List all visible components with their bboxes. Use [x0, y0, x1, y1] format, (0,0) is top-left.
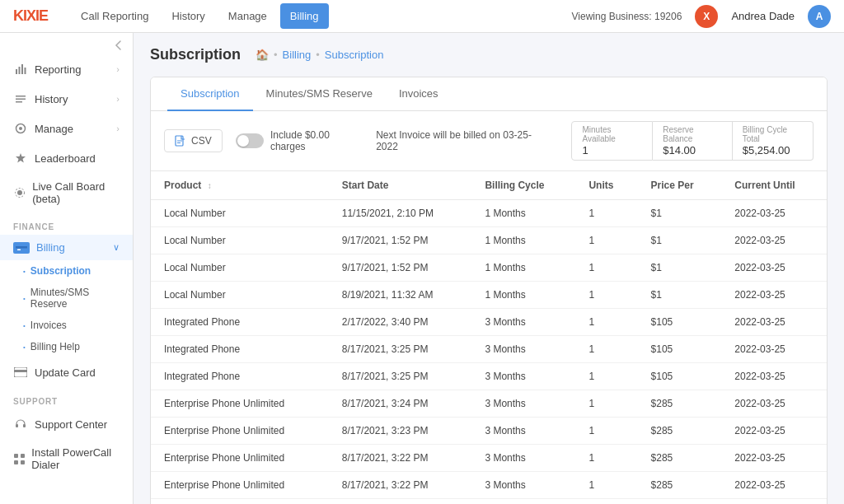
cell-col-0: Enterprise Phone Unlimited: [151, 499, 329, 505]
cell-col-1: 8/17/2021, 3:21 PM: [329, 499, 472, 505]
cell-col-3: 1: [575, 282, 637, 309]
cell-col-2: 3 Months: [471, 390, 575, 418]
sidebar-reporting-label: Reporting: [35, 63, 81, 76]
svg-rect-2: [21, 64, 23, 74]
headset-icon: [13, 417, 28, 432]
col-start-date[interactable]: Start Date: [329, 171, 472, 200]
csv-label: CSV: [191, 135, 212, 147]
tab-subscription[interactable]: Subscription: [167, 77, 253, 111]
cell-col-2: 3 Months: [471, 309, 575, 336]
table-row: Integrated Phone2/17/2022, 3:40 PM3 Mont…: [151, 309, 827, 336]
reporting-icon: [13, 62, 28, 77]
nav-history[interactable]: History: [162, 3, 214, 29]
svg-rect-13: [16, 246, 27, 249]
tab-bar: Subscription Minutes/SMS Reserve Invoice…: [151, 77, 827, 111]
sidebar-install-dialer[interactable]: Install PowerCall Dialer: [0, 439, 133, 478]
table-row: Enterprise Phone Unlimited8/17/2021, 3:2…: [151, 445, 827, 472]
tab-invoices[interactable]: Invoices: [386, 77, 452, 111]
sidebar-support-center[interactable]: Support Center: [0, 409, 133, 439]
cell-col-0: Integrated Phone: [151, 363, 329, 390]
cell-col-2: 3 Months: [471, 472, 575, 499]
sidebar-item-manage[interactable]: Manage ›: [0, 114, 133, 143]
sidebar-live-label: Live Call Board (beta): [32, 180, 120, 205]
sidebar: Reporting › History › Manage ›: [0, 33, 134, 504]
cell-col-5: 2022-03-25: [721, 445, 827, 472]
cell-col-5: 2022-03-25: [721, 200, 827, 227]
subscription-card: Subscription Minutes/SMS Reserve Invoice…: [150, 77, 828, 504]
cell-col-3: 1: [575, 227, 637, 254]
leaderboard-icon: [13, 151, 28, 166]
stat-minutes-value: 1: [582, 144, 642, 156]
sidebar-invoices[interactable]: • Invoices: [0, 315, 133, 336]
subscription-label: Subscription: [30, 265, 91, 277]
toggle-switch[interactable]: [236, 133, 264, 148]
cell-col-1: 8/17/2021, 3:22 PM: [329, 445, 472, 472]
cell-col-3: 1: [575, 390, 637, 418]
cell-col-4: $285: [638, 390, 722, 418]
sidebar-update-card[interactable]: Update Card: [0, 357, 133, 387]
sidebar-item-leaderboard[interactable]: Leaderboard: [0, 143, 133, 173]
cell-col-0: Enterprise Phone Unlimited: [151, 418, 329, 445]
col-price-per[interactable]: Price Per: [638, 171, 722, 200]
cell-col-1: 8/17/2021, 3:23 PM: [329, 418, 472, 445]
minutes-dot: •: [23, 295, 26, 302]
sidebar-item-reporting[interactable]: Reporting ›: [0, 54, 133, 84]
sidebar-subscription[interactable]: • Subscription: [0, 260, 133, 282]
support-section-label: SUPPORT: [0, 387, 133, 409]
col-current-until[interactable]: Current Until: [721, 171, 827, 200]
user-name: Andrea Dade: [731, 10, 795, 22]
include-charges-toggle[interactable]: Include $0.00 charges: [236, 129, 363, 152]
svg-rect-18: [23, 424, 26, 427]
cell-col-4: $1: [638, 200, 722, 227]
invoices-dot: •: [23, 322, 26, 329]
cell-col-4: $1: [638, 227, 722, 254]
avatar-x: X: [695, 5, 718, 28]
sidebar-history-label: History: [35, 93, 68, 105]
svg-rect-4: [16, 96, 26, 97]
sidebar-item-live-call[interactable]: Live Call Board (beta): [0, 173, 133, 212]
svg-point-8: [19, 127, 22, 130]
svg-marker-9: [16, 153, 26, 163]
col-product[interactable]: Product ↕: [151, 171, 329, 200]
breadcrumb-billing[interactable]: Billing: [283, 49, 312, 61]
sidebar-collapse-btn[interactable]: [0, 33, 133, 54]
sidebar-item-history[interactable]: History ›: [0, 84, 133, 114]
csv-button[interactable]: CSV: [164, 129, 223, 152]
home-icon[interactable]: 🏠: [256, 49, 269, 61]
nav-billing[interactable]: Billing: [280, 3, 329, 29]
svg-point-10: [17, 190, 22, 195]
sidebar-minutes-sms[interactable]: • Minutes/SMS Reserve: [0, 282, 133, 315]
sidebar-leaderboard-label: Leaderboard: [35, 152, 96, 165]
subscription-dot: •: [23, 268, 26, 275]
cell-col-3: 1: [575, 254, 637, 282]
cell-col-5: 2022-03-25: [721, 499, 827, 505]
stat-reserve-balance: Reserve Balance $14.00: [653, 121, 732, 161]
nav-call-reporting[interactable]: Call Reporting: [71, 3, 158, 29]
billing-card-icon: [13, 242, 30, 254]
table-row: Local Number11/15/2021, 2:10 PM1 Months1…: [151, 200, 827, 227]
tab-minutes-sms[interactable]: Minutes/SMS Reserve: [253, 77, 386, 111]
cell-col-4: $285: [638, 499, 722, 505]
cell-col-1: 8/17/2021, 3:24 PM: [329, 390, 472, 418]
cell-col-3: 1: [575, 445, 637, 472]
sidebar-billing[interactable]: Billing ∨: [0, 235, 133, 260]
cell-col-5: 2022-03-25: [721, 282, 827, 309]
cell-col-4: $1: [638, 282, 722, 309]
col-units[interactable]: Units: [575, 171, 637, 200]
cell-col-4: $1: [638, 254, 722, 282]
cell-col-5: 2022-03-25: [721, 336, 827, 363]
sidebar-billing-help[interactable]: • Billing Help: [0, 336, 133, 357]
nav-manage[interactable]: Manage: [218, 3, 277, 29]
breadcrumb-subscription[interactable]: Subscription: [325, 49, 384, 61]
cell-col-1: 8/17/2021, 3:25 PM: [329, 336, 472, 363]
breadcrumb: Subscription 🏠 • Billing • Subscription: [150, 46, 828, 63]
chevron-reporting: ›: [116, 64, 120, 74]
cell-col-0: Local Number: [151, 282, 329, 309]
svg-rect-1: [19, 67, 21, 74]
stats-boxes: Minutes Available 1 Reserve Balance $14.…: [571, 121, 814, 161]
col-billing-cycle[interactable]: Billing Cycle: [471, 171, 575, 200]
svg-rect-20: [21, 454, 25, 458]
cell-col-0: Enterprise Phone Unlimited: [151, 472, 329, 499]
next-invoice-text: Next Invoice will be billed on 03-25-202…: [376, 129, 545, 152]
stat-minutes-available: Minutes Available 1: [571, 121, 653, 161]
